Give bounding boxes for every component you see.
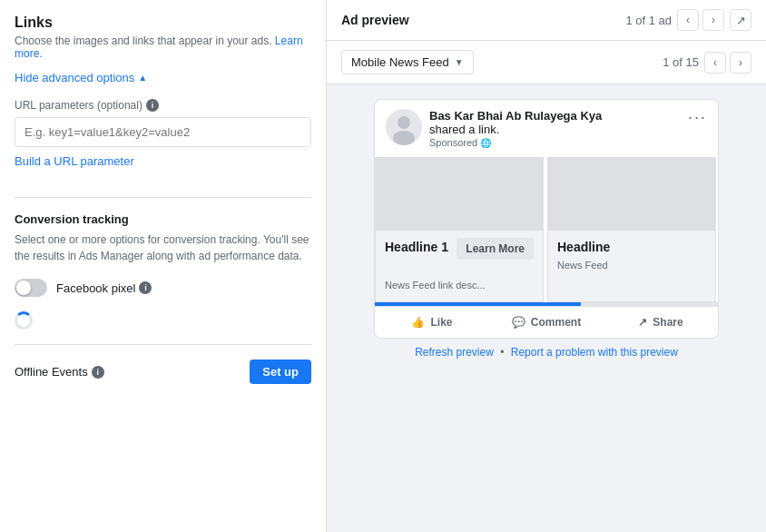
ad-nav-group: ‹ › [677, 9, 724, 31]
facebook-pixel-row: Facebook pixel i [15, 279, 311, 297]
divider-2 [15, 344, 311, 345]
slide-next-button[interactable]: › [730, 52, 751, 74]
refresh-preview-link[interactable]: Refresh preview [415, 346, 494, 359]
right-panel: Ad preview 1 of 1 ad ‹ › ↗ Mobile News F… [327, 0, 766, 532]
ad-profile: Bas Kar Bhai Ab Rulayega Kya shared a li… [386, 109, 602, 148]
comment-icon: 💬 [512, 316, 525, 329]
ad-preview-title: Ad preview [341, 13, 409, 27]
conversion-tracking-title: Conversion tracking [15, 212, 311, 226]
ad-meta: Bas Kar Bhai Ab Rulayega Kya shared a li… [429, 109, 602, 148]
ad-counter: 1 of 1 ad ‹ › ↗ [625, 9, 751, 31]
ad-next-button[interactable]: › [702, 9, 724, 31]
placement-select[interactable]: Mobile News Feed ▼ [341, 50, 474, 74]
svg-point-2 [393, 131, 415, 145]
offline-events-label: Offline Events i [15, 365, 104, 379]
facebook-pixel-label: Facebook pixel i [56, 281, 152, 295]
ad-prev-button[interactable]: ‹ [677, 9, 699, 31]
ad-image-content-2: Headline News Feed [548, 231, 715, 280]
bullet-separator: • [500, 346, 504, 359]
avatar [386, 109, 422, 145]
url-params-label: URL parameters (optional) i [15, 99, 311, 112]
ad-shared-text: shared a link. [429, 123, 602, 136]
ad-card: Bas Kar Bhai Ab Rulayega Kya shared a li… [374, 99, 719, 339]
ad-image-placeholder-1 [376, 158, 543, 231]
toggle-knob [16, 281, 31, 295]
url-params-input[interactable] [15, 117, 311, 147]
svg-point-1 [398, 116, 410, 129]
ad-description-1: News Feed link desc... [385, 280, 534, 291]
facebook-pixel-info-icon[interactable]: i [139, 281, 152, 294]
slide-counter: 1 of 15 ‹ › [663, 52, 751, 74]
share-button[interactable]: ↗ Share [604, 310, 718, 334]
comment-button[interactable]: 💬 Comment [489, 310, 604, 334]
preview-links: Refresh preview • Report a problem with … [341, 339, 751, 366]
ad-description-2: News Feed [557, 260, 706, 271]
offline-events-info-icon[interactable]: i [92, 366, 104, 379]
ad-image-card-1: Headline 1 Learn More News Feed link des… [375, 157, 544, 302]
avatar-image [386, 109, 422, 145]
ad-headline-2: Headline [557, 240, 706, 254]
setup-button[interactable]: Set up [250, 360, 311, 384]
slide-prev-button[interactable]: ‹ [704, 52, 726, 74]
ad-image-placeholder-2 [548, 158, 715, 231]
preview-toolbar: Mobile News Feed ▼ 1 of 15 ‹ › [327, 41, 766, 84]
hide-advanced-button[interactable]: Hide advanced options ▲ [15, 71, 311, 84]
url-params-info-icon[interactable]: i [146, 99, 159, 112]
ad-image-card-2: Headline News Feed [547, 157, 716, 302]
ad-page-name: Bas Kar Bhai Ab Rulayega Kya [429, 109, 602, 123]
conversion-tracking-description: Select one or more options for conversio… [15, 232, 311, 264]
slide-nav-group: ‹ › [704, 52, 751, 74]
loading-spinner [15, 311, 33, 330]
ad-images-container: Headline 1 Learn More News Feed link des… [375, 157, 718, 302]
external-link-icon[interactable]: ↗ [730, 9, 751, 31]
like-icon: 👍 [411, 316, 425, 329]
offline-events-row: Offline Events i Set up [15, 360, 311, 384]
ad-preview-header: Ad preview 1 of 1 ad ‹ › ↗ [327, 0, 766, 41]
chevron-down-icon: ▼ [455, 57, 464, 67]
ad-card-header: Bas Kar Bhai Ab Rulayega Kya shared a li… [375, 100, 718, 157]
section-title: Links [15, 15, 311, 31]
facebook-pixel-toggle[interactable] [15, 279, 47, 297]
like-button[interactable]: 👍 Like [375, 310, 489, 334]
divider-1 [15, 197, 311, 198]
left-panel: Links Choose the images and links that a… [0, 0, 327, 532]
chevron-up-icon: ▲ [138, 73, 147, 83]
placement-label: Mobile News Feed [351, 55, 449, 69]
section-subtitle: Choose the images and links that appear … [15, 34, 311, 60]
ad-actions: 👍 Like 💬 Comment ↗ Share [375, 306, 718, 338]
more-options-button[interactable]: ··· [688, 109, 707, 125]
report-problem-link[interactable]: Report a problem with this preview [511, 346, 678, 359]
learn-more-button[interactable]: Learn More [457, 238, 534, 260]
build-url-link[interactable]: Build a URL parameter [15, 154, 134, 168]
globe-icon: 🌐 [480, 138, 491, 148]
ad-sponsored: Sponsored 🌐 [429, 137, 602, 148]
share-icon: ↗ [638, 316, 647, 329]
preview-content: Bas Kar Bhai Ab Rulayega Kya shared a li… [327, 84, 766, 532]
ad-image-content-1: Headline 1 Learn More News Feed link des… [376, 231, 543, 300]
